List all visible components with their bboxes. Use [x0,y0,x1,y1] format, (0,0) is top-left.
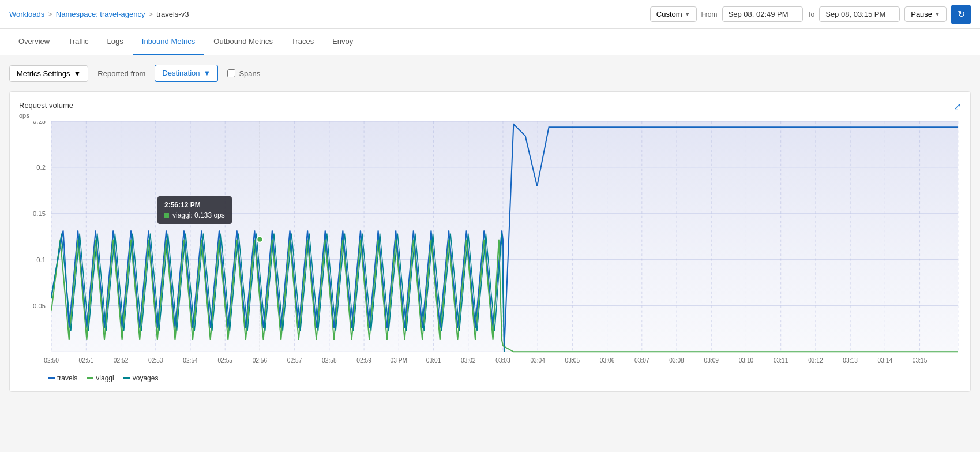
chevron-down-icon-metrics: ▼ [73,69,81,78]
legend-icon-viaggi [87,375,93,382]
breadcrumb-current: travels-v3 [156,10,189,18]
destination-label: Destination [162,69,200,77]
svg-text:0.25: 0.25 [33,121,46,125]
tab-inbound-metrics[interactable]: Inbound Metrics [133,29,205,55]
svg-text:0.05: 0.05 [33,302,46,309]
svg-text:02:50: 02:50 [44,357,59,364]
svg-text:0.15: 0.15 [33,210,46,217]
main-content: Metrics Settings ▼ Reported from Destina… [0,55,980,401]
chart-area: 0.25 0.2 0.15 0.1 0.05 02:50 02:51 02:52… [19,121,961,369]
legend-item-travels: travels [48,374,77,382]
svg-text:02:58: 02:58 [322,357,337,364]
svg-text:02:59: 02:59 [356,357,371,364]
legend-label-voyages: voyages [133,374,159,382]
breadcrumb-workloads[interactable]: Workloads [9,10,44,18]
legend-icon-travels [48,375,55,382]
svg-text:02:55: 02:55 [217,357,232,364]
destination-dropdown[interactable]: Destination ▼ [155,65,218,82]
chevron-down-icon: ▼ [685,11,690,17]
svg-text:03:03: 03:03 [495,357,510,364]
spans-label: Spans [227,69,260,78]
tab-logs[interactable]: Logs [98,29,133,55]
tab-overview[interactable]: Overview [9,29,59,55]
chart-yaxis-label: ops [19,112,961,119]
from-label: From [701,10,718,18]
legend-label-travels: travels [57,374,77,382]
from-time[interactable]: Sep 08, 02:49 PM [722,6,803,22]
svg-text:02:53: 02:53 [148,357,163,364]
svg-text:02:52: 02:52 [114,357,129,364]
metrics-settings-label: Metrics Settings [17,69,70,78]
tabs-bar: Overview Traffic Logs Inbound Metrics Ou… [0,29,980,55]
to-time[interactable]: Sep 08, 03:15 PM [819,6,900,22]
svg-text:02:51: 02:51 [79,357,94,364]
spans-checkbox[interactable] [227,69,235,77]
svg-text:03:12: 03:12 [808,357,823,364]
chevron-down-icon-dest: ▼ [204,69,211,77]
custom-dropdown[interactable]: Custom ▼ [650,6,697,22]
breadcrumb-sep1: > [48,10,52,18]
chart-title: Request volume [19,101,961,110]
svg-text:03:11: 03:11 [774,357,788,364]
svg-rect-67 [48,377,55,379]
custom-label: Custom [656,10,682,18]
reported-from-label: Reported from [97,69,145,78]
legend-item-voyages: voyages [123,374,159,382]
header-controls: Custom ▼ From Sep 08, 02:49 PM To Sep 08… [650,5,971,24]
tab-traffic[interactable]: Traffic [59,29,97,55]
chevron-down-icon-pause: ▼ [934,11,940,17]
breadcrumb-sep2: > [148,10,153,18]
svg-text:03:14: 03:14 [878,357,893,364]
tab-outbound-metrics[interactable]: Outbound Metrics [204,29,282,55]
svg-text:03:06: 03:06 [600,357,615,364]
header: Workloads > Namespace: travel-agency > t… [0,0,980,29]
svg-text:03:15: 03:15 [913,357,928,364]
legend-item-viaggi: viaggi [87,374,114,382]
tab-envoy[interactable]: Envoy [323,29,362,55]
pause-label: Pause [911,10,932,18]
svg-text:03:09: 03:09 [704,357,719,364]
legend-icon-voyages [123,375,130,382]
svg-point-66 [257,237,262,242]
svg-rect-0 [51,121,958,352]
svg-rect-69 [123,377,130,379]
chart-svg: 0.25 0.2 0.15 0.1 0.05 02:50 02:51 02:52… [19,121,961,369]
svg-text:03:10: 03:10 [739,357,754,364]
spans-text: Spans [239,69,260,78]
expand-icon[interactable]: ⤢ [953,101,961,112]
svg-text:03 PM: 03 PM [391,357,408,364]
svg-text:03:07: 03:07 [634,357,649,364]
svg-text:03:02: 03:02 [461,357,476,364]
metrics-settings-button[interactable]: Metrics Settings ▼ [9,65,88,82]
svg-text:03:04: 03:04 [530,357,545,364]
chart-container: Request volume ops ⤢ [9,91,971,392]
refresh-button[interactable]: ↻ [951,5,971,24]
refresh-icon: ↻ [958,9,965,20]
svg-text:03:08: 03:08 [669,357,684,364]
svg-text:03:01: 03:01 [426,357,441,364]
svg-text:02:54: 02:54 [183,357,198,364]
legend-label-viaggi: viaggi [96,374,114,382]
toolbar: Metrics Settings ▼ Reported from Destina… [9,65,971,82]
chart-legend: travels viaggi voyages [19,374,961,382]
svg-text:0.2: 0.2 [36,164,46,171]
tab-traces[interactable]: Traces [282,29,323,55]
to-label: To [808,10,815,18]
svg-text:03:13: 03:13 [843,357,858,364]
breadcrumb-namespace[interactable]: Namespace: travel-agency [56,10,145,18]
svg-text:03:05: 03:05 [565,357,580,364]
svg-text:02:57: 02:57 [287,357,302,364]
breadcrumb: Workloads > Namespace: travel-agency > t… [9,10,189,18]
svg-text:0.1: 0.1 [36,256,46,263]
pause-dropdown[interactable]: Pause ▼ [904,6,947,22]
svg-rect-68 [87,377,93,379]
svg-text:02:56: 02:56 [253,357,268,364]
